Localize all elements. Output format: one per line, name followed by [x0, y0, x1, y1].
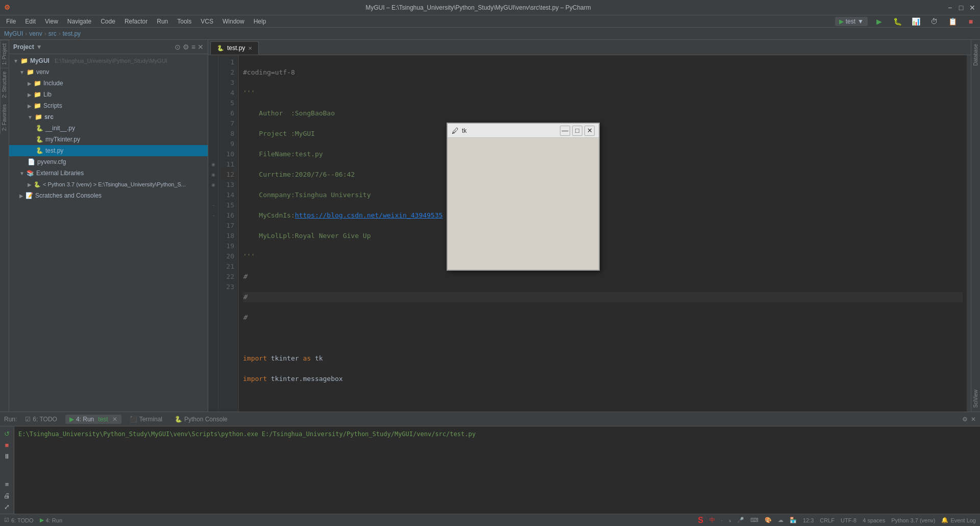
breadcrumb-myguii[interactable]: MyGUI [4, 30, 23, 37]
status-indent[interactable]: 4 spaces [863, 517, 885, 523]
tree-scratches[interactable]: ▶ 📝 Scratches and Consoles [9, 190, 208, 201]
vtab-project[interactable]: 1: Project [0, 40, 9, 68]
tree-label-sdk: < Python 3.7 (venv) > E:\Tsinghua_Univer… [43, 181, 186, 187]
sougou-dot: · [721, 517, 723, 523]
status-python-version[interactable]: Python 3.7 (venv) [891, 517, 935, 523]
bottom-tab-todo[interactable]: ☑ 6: TODO [21, 415, 61, 424]
menu-run[interactable]: Run [153, 17, 172, 26]
tab-testpy[interactable]: 🐍 test.py ✕ [210, 41, 259, 55]
maximize-button[interactable]: □ [958, 4, 965, 11]
tree-pyvenv-cfg[interactable]: 📄 pyvenv.cfg [9, 156, 208, 168]
run-button[interactable]: ▶ [872, 14, 886, 29]
vtab-favorites[interactable]: 2: Favorites [0, 101, 9, 134]
tree-mytkinter-py[interactable]: 🐍 myTkinter.py [9, 134, 208, 145]
tree-init-py[interactable]: 🐍 __init__.py [9, 123, 208, 134]
tree-test-py[interactable]: 🐍 test.py [9, 145, 208, 156]
profile-button[interactable]: ⏱ [927, 14, 941, 29]
project-panel-title: Project [13, 43, 34, 51]
project-dropdown-icon[interactable]: ▼ [36, 43, 42, 51]
tab-close-testpy[interactable]: ✕ [248, 45, 252, 51]
tree-label-init: __init__.py [45, 125, 75, 132]
tree-arrow: ▼ [19, 69, 24, 75]
tree-label-pyvenv: pyvenv.cfg [37, 158, 66, 165]
status-event-log[interactable]: 🔔 Event Log [941, 517, 976, 523]
project-settings-btn[interactable]: ⚙ [183, 43, 189, 51]
close-button[interactable]: ✕ [969, 4, 976, 11]
tree-lib[interactable]: ▶ 📁 Lib [9, 89, 208, 100]
menu-bar: File Edit View Navigate Code Refactor Ru… [0, 15, 980, 28]
python-console-label: Python Console [184, 416, 228, 423]
status-run[interactable]: ▶ 4: Run [40, 517, 62, 523]
scroll-end-button[interactable]: ≡ [2, 479, 12, 489]
print-button[interactable]: 🖨 [2, 490, 12, 500]
tk-minimize-button[interactable]: — [560, 126, 570, 136]
bottom-hide-btn[interactable]: ✕ [971, 416, 976, 423]
tree-venv[interactable]: ▼ 📁 venv [9, 66, 208, 78]
run-status-label: 4: Run [46, 517, 62, 523]
status-line-sep[interactable]: CRLF [820, 517, 835, 523]
tree-python-sdk[interactable]: ▶ 🐍 < Python 3.7 (venv) > E:\Tsinghua_Un… [9, 179, 208, 190]
folder-icon-src: 📁 [35, 113, 42, 121]
run-config-dropdown[interactable]: ▼ [857, 18, 864, 25]
bottom-tab-python-console[interactable]: 🐍 Python Console [170, 415, 232, 424]
tk-maximize-button[interactable]: □ [572, 126, 582, 136]
sougou-icon: S [698, 516, 703, 525]
breadcrumb-venv[interactable]: venv [29, 30, 42, 37]
menu-tools[interactable]: Tools [173, 17, 195, 26]
tree-scripts[interactable]: ▶ 📁 Scripts [9, 100, 208, 111]
title-bar-controls[interactable]: − □ ✕ [946, 4, 976, 11]
bottom-tab-terminal[interactable]: ⬛ Terminal [126, 415, 166, 424]
project-gear-btn[interactable]: ≡ [191, 43, 195, 51]
run-with-coverage[interactable]: 📊 [909, 14, 923, 29]
status-todo[interactable]: ☑ 6: TODO [4, 517, 34, 523]
bottom-tab-run[interactable]: ▶ 4: Run test ✕ [65, 415, 121, 424]
tab-bar: 🐍 test.py ✕ [208, 40, 971, 55]
bottom-panel-content: ↺ ■ ⏸ ≡ 🖨 ⤢ E:\Tsinghua_University\Pytho… [0, 426, 980, 514]
menu-code[interactable]: Code [96, 17, 119, 26]
run-tab-close[interactable]: ✕ [112, 416, 117, 423]
breadcrumb-src[interactable]: src [48, 30, 57, 37]
tree-external-libs[interactable]: ▼ 📚 External Libraries [9, 168, 208, 179]
tk-window[interactable]: 🖊 tk — □ ✕ [447, 123, 600, 271]
menu-vcs[interactable]: VCS [197, 17, 217, 26]
menu-refactor[interactable]: Refactor [120, 17, 152, 26]
coverage-button[interactable]: 📋 [945, 14, 960, 29]
menu-view[interactable]: View [41, 17, 62, 26]
tree-root-mygui[interactable]: ▼ 📁 MyGUI E:\Tsinghua_University\Python_… [9, 55, 208, 66]
project-scope-btn[interactable]: ⊙ [175, 43, 181, 51]
status-encoding[interactable]: UTF-8 [841, 517, 856, 523]
expand-button[interactable]: ⤢ [2, 501, 12, 512]
run-command-line: E:\Tsinghua_University\Python_Study\MyGU… [18, 431, 976, 438]
stop-button[interactable]: ■ [964, 14, 978, 29]
right-sidebar: Database SciView [971, 40, 980, 412]
file-icon-init: 🐍 [36, 125, 43, 132]
bottom-settings-btn[interactable]: ⚙ [962, 416, 968, 423]
sougou-store: 🏪 [790, 517, 797, 523]
menu-file[interactable]: File [2, 17, 20, 26]
right-sidebar-sciview[interactable]: SciView [972, 386, 979, 412]
menu-help[interactable]: Help [250, 17, 271, 26]
menu-window[interactable]: Window [218, 17, 249, 26]
debug-button[interactable]: 🐛 [890, 14, 904, 29]
breadcrumb-testpy[interactable]: test.py [63, 30, 81, 37]
tree-include[interactable]: ▶ 📁 Include [9, 78, 208, 89]
tk-close-button[interactable]: ✕ [584, 126, 595, 136]
breadcrumb: MyGUI › venv › src › test.py [0, 28, 980, 40]
tab-label-testpy: test.py [227, 44, 245, 52]
tree-src[interactable]: ▼ 📁 src [9, 111, 208, 123]
right-sidebar-database[interactable]: Database [972, 40, 979, 70]
tree-label-src: src [44, 113, 54, 121]
code-content[interactable]: #coding=utf-8 ''' Author :SongBaoBao Pro… [239, 55, 967, 412]
status-position[interactable]: 12:3 [803, 517, 814, 523]
editor-scrollbar[interactable] [967, 55, 971, 412]
stop-run-button[interactable]: ■ [2, 440, 12, 450]
menu-edit[interactable]: Edit [21, 17, 40, 26]
menu-navigate[interactable]: Navigate [63, 17, 95, 26]
vtab-structure[interactable]: 2: Structure [0, 68, 9, 101]
minimize-button[interactable]: − [946, 4, 953, 11]
project-hide-btn[interactable]: ✕ [198, 43, 204, 51]
event-log-label: Event Log [950, 517, 976, 523]
pause-button[interactable]: ⏸ [2, 451, 12, 461]
rerun-button[interactable]: ↺ [2, 428, 12, 439]
run-configuration[interactable]: ▶ test ▼ [835, 17, 868, 26]
